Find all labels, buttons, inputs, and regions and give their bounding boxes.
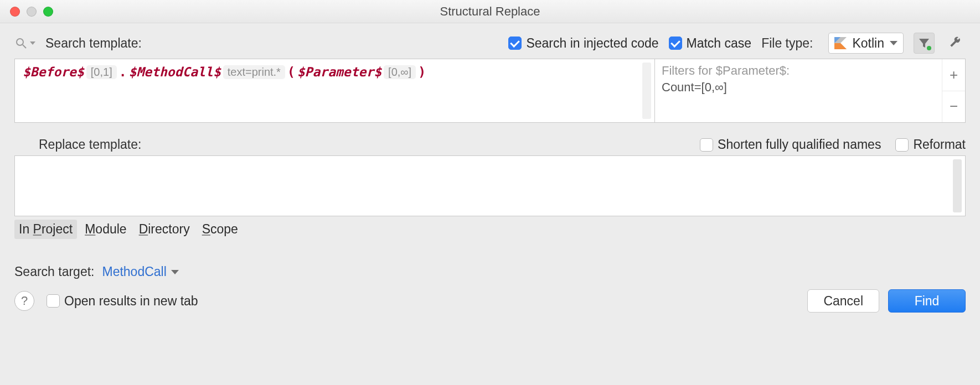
replace-template-editor[interactable]: [14, 155, 966, 216]
search-target-value: MethodCall: [102, 264, 166, 279]
search-template-panes: $Before$ [0,1] .$MethodCall$ text=print.…: [14, 59, 966, 123]
scope-tabs: In Project Module Directory Scope: [14, 220, 966, 239]
template-var-param: $Parameter$: [297, 65, 381, 79]
search-target-select[interactable]: MethodCall: [102, 264, 178, 279]
reformat-label: Reformat: [913, 137, 966, 152]
template-hint-param: [0,∞]: [384, 65, 416, 79]
scope-tab-module[interactable]: Module: [80, 220, 131, 239]
svg-marker-4: [834, 43, 847, 49]
shorten-fqn-checkbox[interactable]: Shorten fully qualified names: [700, 137, 881, 152]
svg-point-0: [17, 39, 23, 45]
dialog-button-row: ? Open results in new tab Cancel Find: [14, 289, 966, 313]
window-controls: [10, 7, 53, 17]
filters-title: Filters for $Parameter$:: [662, 64, 935, 78]
add-filter-button[interactable]: +: [942, 59, 965, 91]
titlebar: Structural Replace: [0, 0, 980, 23]
file-type-label: File type:: [761, 36, 813, 51]
kotlin-icon: [834, 37, 847, 49]
match-case-checkbox[interactable]: Match case: [669, 36, 752, 51]
search-target-row: Search target: MethodCall: [14, 264, 966, 279]
tools-button[interactable]: [945, 33, 966, 54]
minimize-window-icon[interactable]: [27, 7, 37, 17]
scope-tab-project[interactable]: In Project: [14, 220, 77, 239]
close-window-icon[interactable]: [10, 7, 20, 17]
chevron-down-icon: [890, 41, 898, 45]
zoom-window-icon[interactable]: [43, 7, 53, 17]
replace-scrollbar[interactable]: [953, 159, 962, 212]
search-options-row: Search template: Search in injected code…: [14, 31, 966, 55]
file-type-value: Kotlin: [852, 36, 884, 51]
filters-line: Count=[0,∞]: [662, 80, 935, 95]
search-icon[interactable]: [14, 37, 35, 50]
template-var-method: $MethodCall$: [129, 65, 221, 79]
template-rparen: ): [418, 65, 426, 79]
window-title: Structural Replace: [440, 4, 540, 19]
search-injected-label: Search in injected code: [526, 36, 658, 51]
template-lparen: (: [287, 65, 295, 79]
open-new-tab-label: Open results in new tab: [64, 294, 198, 309]
filters-panel: Filters for $Parameter$: Count=[0,∞] + −: [655, 59, 965, 122]
search-injected-checkbox[interactable]: Search in injected code: [508, 36, 658, 51]
help-button[interactable]: ?: [14, 291, 34, 311]
reformat-checkbox[interactable]: Reformat: [895, 137, 966, 152]
template-dot: .: [119, 65, 127, 79]
chevron-down-icon: [171, 270, 179, 274]
scope-tab-directory[interactable]: Directory: [135, 220, 194, 239]
search-template-editor[interactable]: $Before$ [0,1] .$MethodCall$ text=print.…: [15, 59, 655, 122]
shorten-fqn-label: Shorten fully qualified names: [718, 137, 881, 152]
replace-options-row: Replace template: Shorten fully qualifie…: [14, 137, 966, 152]
search-template-label: Search template:: [45, 36, 142, 51]
svg-line-1: [23, 45, 26, 48]
template-var-before: $Before$: [23, 65, 84, 79]
match-case-label: Match case: [687, 36, 752, 51]
file-type-select[interactable]: Kotlin: [828, 33, 904, 54]
scope-tab-scope[interactable]: Scope: [198, 220, 243, 239]
find-button[interactable]: Find: [888, 289, 966, 313]
search-target-label: Search target:: [14, 264, 94, 279]
open-new-tab-checkbox[interactable]: Open results in new tab: [47, 294, 198, 309]
wrench-icon: [948, 37, 962, 50]
remove-filter-button[interactable]: −: [942, 91, 965, 123]
template-hint-method: text=print.*: [223, 65, 285, 79]
editor-scrollbar[interactable]: [642, 63, 651, 119]
template-hint-before: [0,1]: [86, 65, 117, 79]
filter-button[interactable]: [914, 33, 935, 54]
cancel-button[interactable]: Cancel: [807, 289, 879, 313]
replace-template-label: Replace template:: [39, 137, 141, 152]
